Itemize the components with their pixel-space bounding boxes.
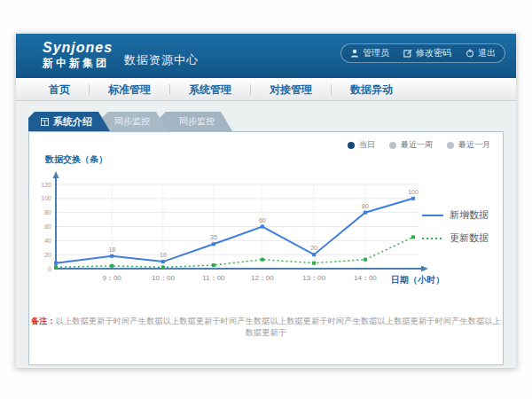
footnote-text: 以上数据更新于时间产生数据以上数据更新于时间产生数据以上数据更新于时间产生数据以… [56,317,501,337]
data-point [54,265,58,269]
x-tick-label: 14：00 [354,274,377,282]
user-icon [350,49,359,58]
data-point [411,235,415,239]
nav-item-1[interactable]: 标准管理 [90,84,170,95]
legend-item-0: 新增数据 [422,208,489,222]
point-label: 35 [210,234,217,240]
x-tick-label: 9：00 [102,274,121,282]
chart-panel: 当日最近一周最近一月 数据交换（条） 0204060801001209：0010… [28,131,504,365]
x-axis-arrow [421,266,428,272]
app-window: Synjones 新中新集团 数据资源中心 管理员 修改密码 退出 [16,34,516,368]
power-icon [466,49,474,58]
legend-label: 新增数据 [450,208,489,222]
y-tick-label: 80 [44,209,51,215]
data-point [212,263,215,267]
data-point [312,262,316,265]
nav-item-4[interactable]: 数据异动 [332,84,411,95]
data-point [110,254,113,258]
y-tick-label: 120 [41,182,51,188]
tab-bar: 系统介绍同步监控同步监控 [28,112,224,131]
point-label: 18 [108,246,115,253]
x-axis-label: 日期（小时） [391,274,444,286]
data-point [110,264,113,268]
point-label: 20 [310,245,317,251]
y-tick-label: 40 [44,238,51,244]
tab-label: 同步监控 [179,115,215,128]
nav-item-3[interactable]: 对接管理 [251,84,332,95]
brand-logo-wordmark: Synjones [43,40,113,56]
tab-1[interactable]: 同步监控 [102,112,168,131]
x-tick-label: 11：00 [202,274,225,282]
data-point [411,197,415,200]
user-toolbar: 管理员 修改密码 退出 [340,43,505,63]
tab-label: 系统介绍 [53,115,92,129]
logout-button[interactable]: 退出 [466,47,496,59]
point-label: 100 [408,189,419,195]
data-point [364,258,367,262]
data-point [161,265,165,269]
y-tick-label: 100 [41,195,51,201]
y-tick-label: 60 [44,223,51,230]
main-nav: 首页标准管理系统管理对接管理数据异动 [16,78,516,101]
legend-swatch [422,213,443,218]
change-password-button[interactable]: 修改密码 [403,47,451,59]
legend-label: 更新数据 [450,231,489,245]
nav-item-0[interactable]: 首页 [30,84,90,95]
footnote: 备注：以上数据更新于时间产生数据以上数据更新于时间产生数据以上数据更新于时间产生… [29,316,503,339]
y-axis-arrow [53,171,59,178]
grid-icon [41,118,49,126]
brand-logo: Synjones 新中新集团 [43,40,113,69]
x-tick-label: 12：00 [251,274,274,282]
data-point [364,211,367,215]
legend-swatch [422,236,443,241]
page-title: 数据资源中心 [124,52,199,68]
point-label: 80 [362,203,369,209]
y-tick-label: 0 [48,266,51,272]
tab-2[interactable]: 同步监控 [160,112,232,131]
y-tick-label: 20 [44,252,51,258]
data-point [312,253,316,256]
point-label: 60 [259,217,266,223]
nav-item-2[interactable]: 系统管理 [170,84,251,95]
chart-legend: 新增数据更新数据 [422,208,489,245]
user-menu-button[interactable]: 管理员 [350,47,389,59]
legend-item-1: 更新数据 [422,231,489,245]
data-point [54,262,58,265]
app-header: Synjones 新中新集团 数据资源中心 管理员 修改密码 退出 [16,34,516,78]
point-label: 10 [160,252,167,258]
footnote-prefix: 备注： [31,317,56,325]
tab-label: 同步监控 [114,115,150,128]
edit-icon [403,49,412,58]
data-point [161,260,165,263]
data-point [212,242,215,246]
series-line-0 [56,199,413,263]
x-tick-label: 13：00 [302,274,325,282]
x-tick-label: 10：00 [152,274,175,282]
tab-0[interactable]: 系统介绍 [28,112,110,131]
data-point [261,258,264,262]
data-point [261,225,264,229]
brand-logo-chinese: 新中新集团 [43,58,113,69]
